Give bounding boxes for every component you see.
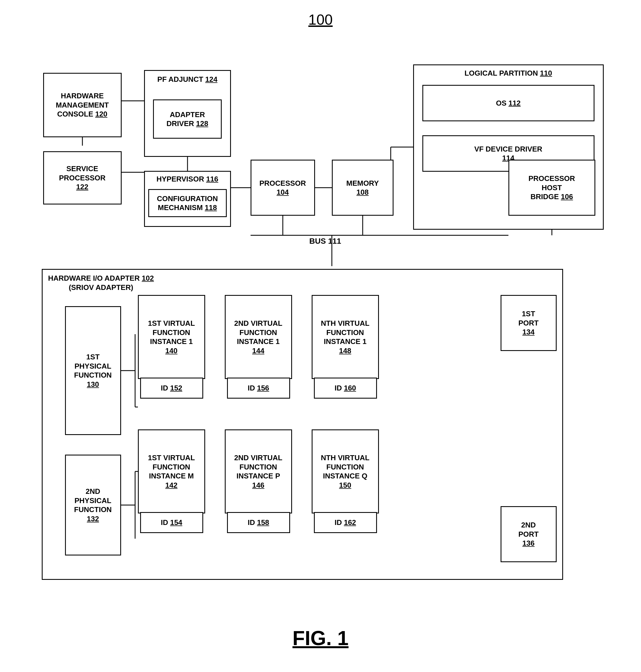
id-162-num: 162 (344, 518, 356, 527)
vf2-instance1-label: 2ND VIRTUALFUNCTIONINSTANCE 1144 (234, 319, 283, 355)
os-box: OS 112 (422, 85, 595, 121)
logical-partition-num: 110 (540, 69, 552, 77)
config-mechanism-num: 118 (205, 204, 217, 212)
vfn-instanceq-box: NTH VIRTUALFUNCTIONINSTANCE Q150 (312, 430, 379, 514)
vf2-instance1-box: 2ND VIRTUALFUNCTIONINSTANCE 1144 (225, 295, 292, 379)
id-154-label: ID 154 (161, 518, 182, 527)
first-physical-function-num: 130 (87, 380, 99, 389)
adapter-driver-num: 128 (196, 119, 208, 128)
diagram-area: HARDWAREMANAGEMENTCONSOLE 120 SERVICEPRO… (26, 39, 615, 628)
vf1-instancem-label: 1ST VIRTUALFUNCTIONINSTANCE M142 (148, 453, 195, 490)
hardware-io-adapter-num: 102 (142, 274, 154, 282)
id-156-box: ID 156 (227, 378, 290, 398)
vf1-instancem-box: 1ST VIRTUALFUNCTIONINSTANCE M142 (138, 430, 205, 514)
vfn-instance1-num: 148 (339, 347, 351, 355)
port2-num: 136 (522, 539, 534, 547)
page: 100 (0, 0, 641, 672)
memory-box: MEMORY108 (332, 160, 394, 216)
id-152-label: ID 152 (161, 383, 182, 393)
id-162-label: ID 162 (335, 518, 356, 527)
hardware-io-adapter-box: HARDWARE I/O ADAPTER 102(SRIOV ADAPTER) … (42, 269, 563, 580)
vfn-instanceq-num: 150 (339, 481, 351, 489)
id-158-label: ID 158 (248, 518, 269, 527)
diagram-container: 100 (26, 11, 615, 628)
second-physical-function-num: 132 (87, 515, 99, 523)
hypervisor-box: HYPERVISOR 116 CONFIGURATIONMECHANISM 11… (144, 171, 231, 227)
vf2-instancep-label: 2ND VIRTUALFUNCTIONINSTANCE P146 (234, 453, 283, 490)
vfn-instance1-label: NTH VIRTUALFUNCTIONINSTANCE 1148 (321, 319, 369, 355)
vf1-instance1-num: 140 (165, 347, 177, 355)
os-num: 112 (508, 99, 520, 107)
vf2-instance1-num: 144 (252, 347, 264, 355)
os-label: OS 112 (496, 99, 520, 108)
pf-adjunct-num: 124 (205, 75, 217, 83)
second-physical-function-box: 2NDPHYSICALFUNCTION132 (65, 454, 121, 556)
adapter-driver-box: ADAPTERDRIVER 128 (153, 99, 222, 139)
id-158-num: 158 (257, 518, 269, 527)
vf2-instancep-num: 146 (252, 481, 264, 489)
port1-box: 1STPORT134 (501, 295, 557, 351)
pf-adjunct-box: PF ADJUNCT 124 ADAPTERDRIVER 128 (144, 70, 231, 157)
port2-box: 2NDPORT136 (501, 506, 557, 562)
hw-management-console-label: HARDWAREMANAGEMENTCONSOLE 120 (56, 91, 109, 119)
vf1-instancem-num: 142 (165, 481, 177, 489)
hardware-io-adapter-label: HARDWARE I/O ADAPTER 102(SRIOV ADAPTER) (48, 274, 154, 292)
service-processor-label: SERVICEPROCESSOR122 (59, 164, 105, 192)
id-160-num: 160 (344, 384, 356, 392)
second-physical-function-label: 2NDPHYSICALFUNCTION132 (74, 487, 111, 523)
bus-label: BUS 111 (310, 237, 341, 246)
hw-management-console-num: 120 (95, 110, 107, 118)
port1-label: 1STPORT134 (518, 309, 538, 337)
logical-partition-label: LOGICAL PARTITION 110 (414, 69, 603, 78)
id-152-box: ID 152 (140, 378, 203, 398)
processor-host-bridge-box: PROCESSORHOSTBRIDGE 106 (508, 160, 595, 216)
id-154-box: ID 154 (140, 512, 203, 533)
memory-num: 108 (356, 188, 369, 196)
port2-label: 2NDPORT136 (518, 520, 538, 548)
config-mechanism-label: CONFIGURATIONMECHANISM 118 (157, 194, 218, 212)
id-162-box: ID 162 (314, 512, 377, 533)
processor-box: PROCESSOR104 (250, 160, 315, 216)
id-158-box: ID 158 (227, 512, 290, 533)
service-processor-box: SERVICEPROCESSOR122 (43, 151, 122, 205)
service-processor-num: 122 (76, 183, 88, 191)
vfn-instanceq-label: NTH VIRTUALFUNCTIONINSTANCE Q150 (321, 453, 369, 490)
config-mechanism-box: CONFIGURATIONMECHANISM 118 (148, 189, 227, 217)
vf1-instance1-box: 1ST VIRTUALFUNCTIONINSTANCE 1140 (138, 295, 205, 379)
vf2-instancep-box: 2ND VIRTUALFUNCTIONINSTANCE P146 (225, 430, 292, 514)
hw-management-console-box: HARDWAREMANAGEMENTCONSOLE 120 (43, 73, 122, 137)
memory-label: MEMORY108 (346, 179, 379, 197)
id-156-num: 156 (257, 384, 269, 392)
id-152-num: 152 (170, 384, 182, 392)
processor-host-bridge-num: 106 (561, 193, 573, 201)
hypervisor-label: HYPERVISOR 116 (145, 174, 230, 184)
fig-number: FIG. 1 (292, 627, 349, 649)
id-154-num: 154 (170, 518, 182, 527)
first-physical-function-box: 1STPHYSICALFUNCTION130 (65, 306, 121, 435)
id-160-box: ID 160 (314, 378, 377, 398)
processor-label: PROCESSOR104 (259, 179, 306, 197)
processor-host-bridge-label: PROCESSORHOSTBRIDGE 106 (528, 174, 575, 201)
first-physical-function-label: 1STPHYSICALFUNCTION130 (74, 352, 111, 389)
pf-adjunct-label: PF ADJUNCT 124 (145, 75, 230, 84)
hypervisor-num: 116 (206, 175, 218, 183)
processor-num: 104 (277, 188, 289, 196)
id-156-label: ID 156 (248, 383, 269, 393)
diagram-title: 100 (26, 11, 615, 28)
vfn-instance1-box: NTH VIRTUALFUNCTIONINSTANCE 1148 (312, 295, 379, 379)
id-160-label: ID 160 (335, 383, 356, 393)
port1-num: 134 (522, 328, 534, 336)
vf1-instance1-label: 1ST VIRTUALFUNCTIONINSTANCE 1140 (148, 319, 195, 355)
adapter-driver-label: ADAPTERDRIVER 128 (166, 110, 208, 128)
